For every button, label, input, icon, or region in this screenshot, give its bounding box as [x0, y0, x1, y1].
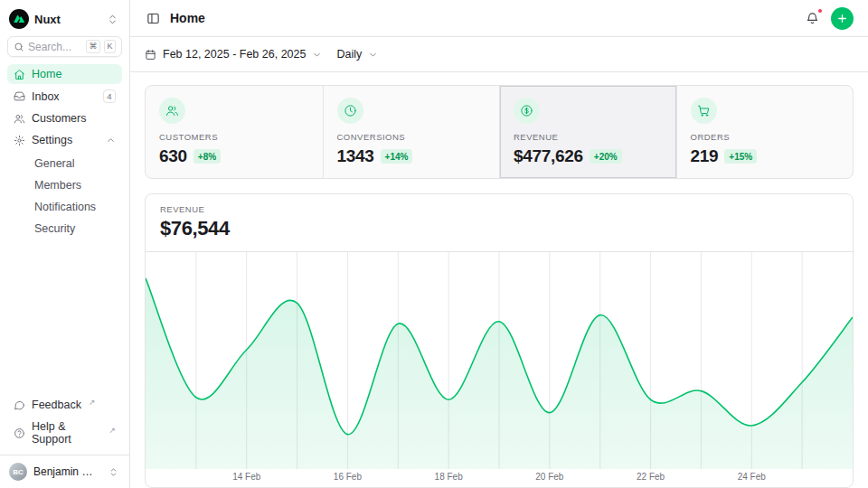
notifications-button[interactable]	[804, 10, 821, 27]
settings-subnav: General Members Notifications Security	[7, 154, 122, 239]
notification-dot	[817, 8, 823, 14]
stat-label: ORDERS	[691, 132, 840, 142]
kbd-meta: ⌘	[86, 40, 100, 53]
sidebar-item-home[interactable]: Home	[7, 64, 122, 84]
user-name: Benjamin Canac	[33, 465, 100, 478]
stat-delta-badge: +8%	[193, 149, 221, 164]
revenue-chart-card: REVENUE $76,544 14 Feb16 Feb18 Feb20 Feb…	[145, 193, 854, 488]
main-area: Home Feb 12, 2025 - Feb 26, 2025 Daily	[130, 0, 868, 488]
gear-icon	[14, 135, 25, 146]
calendar-icon	[145, 49, 156, 61]
date-range-picker[interactable]: Feb 12, 2025 - Feb 26, 2025	[145, 44, 322, 64]
stat-value: 1343	[337, 146, 374, 166]
cart-icon	[691, 98, 717, 124]
sidebar-item-label: Inbox	[32, 90, 60, 103]
sidebar-item-feedback[interactable]: Feedback ↗	[7, 395, 122, 415]
plus-icon	[836, 13, 848, 24]
stat-delta-badge: +15%	[724, 149, 757, 164]
chart-header: REVENUE $76,544	[146, 194, 853, 252]
date-range-value: Feb 12, 2025 - Feb 26, 2025	[163, 48, 306, 61]
page-title: Home	[170, 11, 205, 25]
stat-card-revenue[interactable]: REVENUE $477,626 +20%	[499, 86, 676, 178]
panel-left-icon	[146, 12, 160, 25]
stat-delta-badge: +20%	[590, 149, 622, 164]
revenue-chart[interactable]	[146, 252, 853, 469]
stat-value: 219	[691, 146, 719, 166]
bell-icon	[806, 12, 819, 25]
sidebar-nav: Home Inbox 4 Customers Settings General …	[7, 64, 122, 239]
search-icon	[14, 42, 24, 52]
brand-row: Nuxt	[7, 7, 122, 36]
message-bubble-icon	[14, 399, 25, 411]
stat-value: $477,626	[514, 146, 583, 166]
sidebar-item-members[interactable]: Members	[7, 175, 122, 195]
sidebar-item-help-support[interactable]: Help & Support ↗	[7, 417, 122, 449]
kbd-k: K	[104, 40, 116, 53]
user-menu[interactable]: BC Benjamin Canac	[0, 455, 129, 488]
stats-panel: CUSTOMERS 630 +8% CONVERSIONS 1343 +14% …	[145, 85, 854, 179]
avatar: BC	[9, 463, 27, 481]
inbox-icon	[14, 90, 25, 102]
chart-x-labels: 14 Feb16 Feb18 Feb20 Feb22 Feb24 Feb	[146, 469, 853, 487]
sidebar: Nuxt ⌘ K Home Inbox 4 Customers Settings	[0, 0, 130, 488]
sidebar-item-label: Settings	[32, 134, 72, 146]
x-tick-label: 16 Feb	[334, 472, 362, 482]
clock-icon	[337, 98, 363, 124]
page-header: Home	[130, 0, 868, 37]
header-actions	[804, 7, 854, 30]
granularity-select[interactable]: Daily	[336, 44, 378, 64]
sidebar-item-inbox[interactable]: Inbox 4	[7, 86, 122, 107]
x-tick-label: 24 Feb	[738, 472, 766, 482]
stat-label: CONVERSIONS	[337, 132, 486, 142]
question-circle-icon	[14, 427, 25, 439]
users-icon	[14, 113, 25, 125]
sidebar-collapse-button[interactable]	[105, 12, 120, 27]
sidebar-footer: Feedback ↗ Help & Support ↗	[7, 395, 122, 455]
sidebar-item-notifications[interactable]: Notifications	[7, 197, 122, 217]
dashboard-content: CUSTOMERS 630 +8% CONVERSIONS 1343 +14% …	[130, 72, 868, 488]
sidebar-item-label: Feedback	[32, 399, 81, 411]
sidebar-item-label: Home	[32, 68, 61, 80]
stat-card-orders[interactable]: ORDERS 219 +15%	[676, 86, 854, 178]
sidebar-item-settings[interactable]: Settings	[7, 130, 122, 150]
x-tick-label: 14 Feb	[232, 472, 260, 482]
stat-delta-badge: +14%	[381, 149, 413, 164]
x-tick-label: 22 Feb	[637, 472, 665, 482]
chevron-down-icon	[312, 50, 322, 60]
stat-value: 630	[159, 146, 187, 166]
external-link-icon: ↗	[89, 398, 96, 407]
search-input[interactable]	[28, 41, 82, 53]
nuxt-logo-icon	[9, 9, 29, 29]
chevrons-up-down-icon	[107, 14, 118, 25]
search-box[interactable]: ⌘ K	[7, 36, 122, 57]
sidebar-item-general[interactable]: General	[7, 154, 122, 174]
sidebar-toggle-button[interactable]	[145, 10, 162, 27]
sidebar-item-label: Help & Support	[32, 420, 101, 446]
users-icon	[159, 98, 185, 124]
inbox-count-badge: 4	[103, 89, 116, 103]
chevron-up-icon	[106, 136, 116, 145]
add-button[interactable]	[831, 7, 854, 30]
external-link-icon: ↗	[108, 426, 116, 435]
sidebar-item-security[interactable]: Security	[7, 219, 122, 239]
granularity-value: Daily	[336, 48, 362, 61]
filters-toolbar: Feb 12, 2025 - Feb 26, 2025 Daily	[130, 37, 868, 72]
brand-name: Nuxt	[34, 13, 99, 26]
chevrons-up-down-icon	[107, 465, 120, 479]
home-icon	[14, 69, 25, 80]
chart-metric-value: $76,544	[160, 217, 838, 240]
stat-label: CUSTOMERS	[159, 132, 309, 142]
dollar-circle-icon	[514, 98, 540, 124]
sidebar-item-label: Customers	[32, 112, 86, 125]
stat-label: REVENUE	[514, 132, 663, 142]
stat-card-customers[interactable]: CUSTOMERS 630 +8%	[146, 86, 323, 178]
x-tick-label: 20 Feb	[535, 472, 563, 482]
chart-metric-label: REVENUE	[160, 204, 838, 214]
sidebar-item-customers[interactable]: Customers	[7, 108, 122, 128]
stat-card-conversions[interactable]: CONVERSIONS 1343 +14%	[323, 86, 500, 178]
x-tick-label: 18 Feb	[435, 472, 463, 482]
chevron-down-icon	[368, 50, 378, 60]
